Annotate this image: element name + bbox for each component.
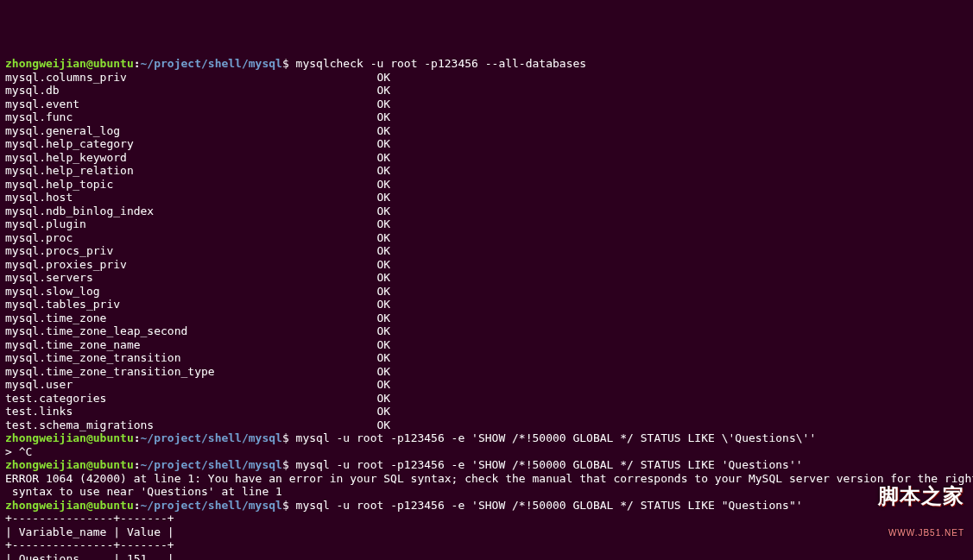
check-result-row: test.categories OK — [5, 392, 968, 406]
check-result-row: mysql.tables_priv OK — [5, 298, 968, 311]
command-text: mysql -u root -p123456 -e 'SHOW /*!50000… — [296, 499, 803, 512]
command-text: mysql -u root -p123456 -e 'SHOW /*!50000… — [296, 431, 817, 444]
check-result-row: mysql.time_zone_name OK — [5, 338, 968, 352]
table-row: | Questions | 151 | — [5, 552, 968, 561]
prompt-line[interactable]: zhongweijian@ubuntu:~/project/shell/mysq… — [5, 458, 968, 472]
prompt-path: ~/project/shell/mysql — [141, 431, 282, 444]
prompt-path: ~/project/shell/mysql — [141, 57, 282, 70]
check-result-row: mysql.columns_priv OK — [5, 71, 968, 85]
check-result-row: mysql.time_zone OK — [5, 311, 968, 325]
prompt-path: ~/project/shell/mysql — [141, 458, 282, 471]
prompt-user: zhongweijian@ubuntu — [5, 431, 134, 444]
prompt-user: zhongweijian@ubuntu — [5, 57, 134, 70]
prompt-user: zhongweijian@ubuntu — [5, 499, 134, 512]
check-result-row: mysql.servers OK — [5, 271, 968, 285]
check-result-row: mysql.plugin OK — [5, 217, 968, 231]
check-result-row: mysql.help_category OK — [5, 137, 968, 151]
check-result-row: mysql.ndb_binlog_index OK — [5, 204, 968, 218]
error-line: syntax to use near 'Questions' at line 1 — [5, 485, 968, 499]
check-result-row: mysql.user OK — [5, 378, 968, 392]
terminal-output[interactable]: zhongweijian@ubuntu:~/project/shell/mysq… — [5, 57, 968, 560]
prompt-user: zhongweijian@ubuntu — [5, 458, 134, 471]
prompt-line[interactable]: zhongweijian@ubuntu:~/project/shell/mysq… — [5, 431, 968, 445]
check-result-row: mysql.time_zone_transition OK — [5, 351, 968, 365]
prompt-line[interactable]: zhongweijian@ubuntu:~/project/shell/mysq… — [5, 57, 968, 71]
ctrl-c-line: > ^C — [5, 445, 968, 459]
check-result-row: mysql.help_keyword OK — [5, 151, 968, 165]
check-result-row: mysql.proxies_priv OK — [5, 258, 968, 272]
prompt-path: ~/project/shell/mysql — [141, 499, 282, 512]
command-text: mysqlcheck -u root -p123456 --all-databa… — [296, 57, 587, 70]
check-result-row: mysql.event OK — [5, 98, 968, 111]
check-result-row: mysql.slow_log OK — [5, 285, 968, 299]
check-result-row: mysql.help_topic OK — [5, 178, 968, 192]
check-result-row: test.schema_migrations OK — [5, 418, 968, 432]
prompt-line[interactable]: zhongweijian@ubuntu:~/project/shell/mysq… — [5, 499, 968, 513]
check-result-row: mysql.time_zone_transition_type OK — [5, 365, 968, 379]
check-result-row: mysql.procs_priv OK — [5, 244, 968, 258]
table-header: | Variable_name | Value | — [5, 525, 968, 539]
error-line: ERROR 1064 (42000) at line 1: You have a… — [5, 472, 968, 486]
check-result-row: mysql.time_zone_leap_second OK — [5, 324, 968, 338]
check-result-row: mysql.help_relation OK — [5, 164, 968, 178]
table-border: +---------------+-------+ — [5, 512, 968, 525]
table-border: +---------------+-------+ — [5, 538, 968, 552]
command-text: mysql -u root -p123456 -e 'SHOW /*!50000… — [296, 458, 803, 471]
check-result-row: mysql.general_log OK — [5, 124, 968, 138]
check-result-row: mysql.db OK — [5, 84, 968, 98]
check-result-row: mysql.func OK — [5, 110, 968, 124]
check-result-row: mysql.host OK — [5, 191, 968, 204]
check-result-row: test.links OK — [5, 405, 968, 418]
check-result-row: mysql.proc OK — [5, 231, 968, 245]
